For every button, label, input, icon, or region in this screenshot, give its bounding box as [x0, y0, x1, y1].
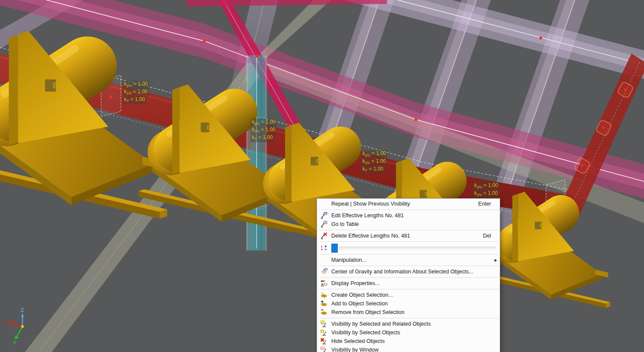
node-marker[interactable] [624, 89, 626, 91]
menu-item-create-object-selection[interactable]: Create Object Selection... [317, 291, 500, 299]
menu-item-visibility-by-window[interactable]: Visibility by Window [317, 346, 500, 352]
k-factor-line: kz/v = 1.00 [123, 89, 149, 96]
add-selection-icon [320, 300, 327, 307]
menu-item-effective-lengths-edit-box[interactable] [317, 243, 500, 253]
k-factor-line: kz/v = 1.00 [361, 158, 387, 166]
menu-item-label: Visibility by Window [331, 347, 486, 352]
model-viewport[interactable]: ω [0, 0, 644, 352]
create-selection-icon [319, 292, 329, 298]
display-properties-icon: A [320, 280, 327, 287]
table-icon [319, 221, 329, 228]
node-marker[interactable] [581, 165, 583, 167]
k-factor-line: kz/v = 1.00 [473, 190, 499, 198]
vis-related-icon [319, 320, 329, 327]
plus-minus-icon [320, 244, 327, 251]
k-factor-line: ky/u = 1.00 [251, 119, 277, 127]
menu-item-label: Hide Selected Objects [331, 338, 486, 344]
menu-separator [318, 230, 499, 230]
z-axis-label: Z [21, 307, 24, 313]
menu-item-label: Edit Effective Lengths No. 481 [331, 212, 486, 219]
menu-item-label: Remove from Object Selection [331, 309, 486, 315]
menu-shortcut: Enter [478, 201, 491, 207]
table-icon [320, 221, 327, 228]
inline-edit-selection-box[interactable] [331, 244, 338, 253]
k-factor-line: kT = 1.00 [123, 96, 146, 104]
x-axis-label: X [5, 319, 9, 325]
menu-item-center-of-gravity-and-information-about-selected-objects[interactable]: Center of Gravity and Information About … [317, 267, 500, 276]
center-of-gravity-icon [320, 268, 327, 275]
menu-item-visibility-by-selected-objects[interactable]: Visibility by Selected Objects [317, 328, 500, 337]
menu-item-add-to-object-selection[interactable]: Add to Object Selection [317, 299, 500, 308]
no-icon [319, 200, 329, 207]
display-properties-icon: A [319, 280, 329, 287]
node-marker[interactable] [203, 40, 206, 42]
inline-edit-field[interactable] [339, 247, 496, 250]
k-factor-line: kT = 1.00 [251, 134, 274, 142]
menu-item-label: Create Object Selection... [331, 292, 486, 298]
menu-shortcut: Del [483, 233, 491, 239]
menu-item-remove-from-object-selection[interactable]: Remove from Object Selection [317, 308, 500, 317]
node-marker[interactable] [539, 37, 542, 39]
menu-item-go-to-table[interactable]: Go to Table [317, 220, 500, 228]
plus-minus-icon [319, 244, 329, 251]
menu-item-edit-effective-lengths-no-481[interactable]: Edit Effective Lengths No. 481 [317, 211, 500, 220]
menu-item-label: Go to Table [331, 221, 486, 227]
remove-selection-icon [319, 309, 329, 316]
k-factor-line: kz/v = 1.00 [251, 127, 277, 134]
svg-text:A: A [321, 282, 324, 287]
edit-member-icon [320, 212, 327, 219]
node-marker[interactable] [255, 55, 258, 57]
hide-selected-icon [320, 338, 327, 345]
menu-item-display-properties[interactable]: ADisplay Properties... [317, 279, 500, 288]
menu-item-label: Manipulation... [331, 257, 486, 263]
vis-selected-icon [320, 329, 327, 336]
menu-item-label: Display Properties... [331, 280, 486, 286]
add-selection-icon [319, 300, 329, 307]
vis-window-icon [319, 346, 329, 352]
create-selection-icon [320, 292, 327, 298]
k-factor-line: kT = 1.00 [361, 166, 385, 174]
k-factor-line: ky/u = 1.00 [123, 81, 149, 89]
menu-separator [318, 254, 499, 254]
menu-item-label: Visibility by Selected Objects [331, 330, 486, 336]
menu-item-delete-effective-lengths-no-481[interactable]: Delete Effective Lengths No. 481Del [317, 231, 500, 240]
menu-separator [318, 241, 499, 242]
node-marker[interactable] [415, 118, 417, 121]
menu-item-label: Repeat | Show Previous Visibility [331, 201, 473, 207]
menu-separator [318, 209, 499, 210]
effective-length-factors-label: ky/u = 1.00kz/v = 1.00kT = 1.00 [361, 150, 387, 174]
k-factor-line: ky/u = 1.00 [473, 182, 499, 190]
menu-separator [318, 318, 499, 318]
node-marker[interactable] [110, 95, 112, 98]
delete-icon [320, 232, 327, 239]
no-icon [319, 257, 329, 263]
menu-item-repeat-show-previous-visibility[interactable]: Repeat | Show Previous VisibilityEnter [317, 200, 500, 208]
vis-window-icon [320, 346, 327, 352]
y-axis-label: Y [13, 340, 16, 346]
menu-item-label: Delete Effective Lengths No. 481 [331, 233, 478, 239]
menu-item-label: Visibility by Selected and Related Objec… [331, 321, 486, 327]
menu-separator [318, 266, 499, 266]
menu-item-manipulation[interactable]: Manipulation...▶ [317, 256, 500, 264]
vis-related-icon [320, 320, 327, 327]
context-menu[interactable]: Repeat | Show Previous VisibilityEnterEd… [317, 198, 500, 352]
menu-item-hide-selected-objects[interactable]: Hide Selected Objects [317, 337, 500, 346]
k-factor-line: ky/u = 1.00 [361, 150, 387, 158]
menu-item-label: Add to Object Selection [331, 301, 486, 307]
effective-length-factors-label: ky/u = 1.00kz/v = 1.00kT = 1.00 [251, 119, 277, 142]
effective-length-factors-label: ky/u = 1.00kz/v = 1.00kT = 1.00 [123, 81, 149, 104]
menu-item-visibility-by-selected-and-related-objects[interactable]: Visibility by Selected and Related Objec… [317, 320, 500, 328]
edit-member-icon [319, 212, 329, 219]
remove-selection-icon [320, 309, 327, 316]
delete-icon [319, 232, 329, 239]
menu-item-label: Center of Gravity and Information About … [331, 269, 486, 275]
center-of-gravity-icon [319, 268, 329, 275]
axis-origin-dot [21, 325, 24, 328]
hide-selected-icon [319, 338, 329, 345]
node-marker[interactable] [603, 127, 605, 129]
menu-separator [318, 277, 499, 278]
vis-selected-icon [319, 329, 329, 336]
menu-separator [318, 289, 499, 289]
submenu-arrow-icon: ▶ [491, 258, 497, 262]
